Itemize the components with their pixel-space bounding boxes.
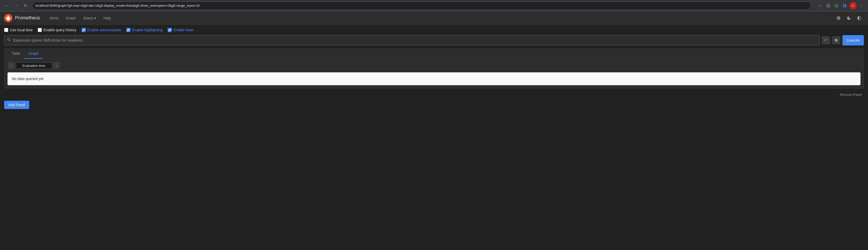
- enable-autocomplete-option[interactable]: Enable autocomplete: [82, 28, 121, 32]
- svg-text:G: G: [835, 5, 837, 7]
- browser-actions: ☆ G G U ⋮: [816, 2, 865, 9]
- main-content: Use local time Enable query history Enab…: [0, 25, 868, 112]
- tab-graph[interactable]: Graph: [24, 49, 43, 59]
- panel-content: ‹ Evaluation time › No data queried yet: [4, 59, 864, 88]
- remove-panel-button[interactable]: Remove Panel: [838, 92, 864, 98]
- enable-highlighting-checkbox[interactable]: [126, 28, 130, 32]
- nav-help[interactable]: Help: [100, 14, 114, 22]
- expression-input[interactable]: [13, 38, 817, 42]
- user-avatar[interactable]: U: [849, 2, 857, 9]
- theme-toggle-button[interactable]: [844, 13, 854, 23]
- svg-text:G: G: [827, 5, 829, 7]
- evaluation-time-display: Evaluation time: [16, 63, 52, 69]
- chart-icon: [834, 38, 838, 42]
- moon-icon: [846, 16, 851, 21]
- prometheus-logo: [4, 14, 12, 22]
- navbar-links: Alerts Graph Status ▾ Help: [46, 14, 828, 22]
- enable-linter-option[interactable]: Enable linter: [168, 28, 193, 32]
- use-local-time-option[interactable]: Use local time: [4, 28, 33, 32]
- panel-tabs: Table Graph: [4, 49, 864, 59]
- enable-query-history-checkbox[interactable]: [38, 28, 42, 32]
- chrome-menu-button[interactable]: ⋮: [858, 2, 865, 9]
- svg-point-9: [7, 18, 9, 20]
- metrics-explorer-button[interactable]: [832, 36, 840, 44]
- enable-linter-checkbox[interactable]: [168, 28, 172, 32]
- format-icon: [824, 38, 828, 42]
- reload-button[interactable]: ↻: [22, 2, 29, 9]
- use-local-time-checkbox[interactable]: [4, 28, 8, 32]
- forward-button[interactable]: →: [12, 2, 20, 9]
- format-query-button[interactable]: [822, 36, 830, 44]
- expression-row: Execute: [4, 35, 864, 45]
- enable-autocomplete-label: Enable autocomplete: [87, 28, 121, 32]
- eval-time-next-button[interactable]: ›: [53, 62, 60, 69]
- svg-rect-4: [843, 4, 844, 5]
- gear-icon: [836, 16, 841, 21]
- execute-button[interactable]: Execute: [842, 35, 864, 45]
- brand-name: Prometheus: [15, 15, 40, 21]
- navbar-brand: Prometheus: [4, 14, 40, 22]
- browser-chrome: ← → ↻ localhost:9090/graph?g0.expr=&g0.t…: [0, 0, 868, 11]
- nav-graph[interactable]: Graph: [63, 14, 79, 22]
- contrast-icon: [857, 16, 862, 21]
- enable-highlighting-option[interactable]: Enable highlighting: [126, 28, 162, 32]
- url-text: localhost:9090/graph?g0.expr=&g0.tab=1&g…: [35, 4, 200, 7]
- bookmark-button[interactable]: ☆: [816, 2, 824, 9]
- contrast-button[interactable]: [855, 13, 864, 23]
- enable-autocomplete-checkbox[interactable]: [82, 28, 86, 32]
- enable-query-history-label: Enable query history: [43, 28, 76, 32]
- back-button[interactable]: ←: [3, 2, 10, 9]
- address-bar[interactable]: localhost:9090/graph?g0.expr=&g0.tab=1&g…: [32, 2, 811, 10]
- extension-button-1[interactable]: G: [825, 2, 832, 9]
- svg-rect-7: [845, 6, 846, 7]
- extension-button-2[interactable]: G: [833, 2, 840, 9]
- panel-actions: Remove Panel: [4, 91, 864, 99]
- add-panel-button[interactable]: Add Panel: [4, 101, 29, 109]
- enable-query-history-option[interactable]: Enable query history: [38, 28, 76, 32]
- evaluation-time-row: ‹ Evaluation time ›: [7, 62, 861, 69]
- use-local-time-label: Use local time: [10, 28, 33, 32]
- tab-table[interactable]: Table: [7, 49, 24, 59]
- chevron-down-icon: ▾: [94, 16, 96, 20]
- svg-rect-6: [843, 6, 844, 7]
- nav-status[interactable]: Status ▾: [80, 14, 99, 22]
- svg-rect-5: [845, 4, 846, 5]
- nav-alerts[interactable]: Alerts: [46, 14, 62, 22]
- no-data-message: No data queried yet: [7, 72, 861, 85]
- eval-time-prev-button[interactable]: ‹: [7, 62, 15, 69]
- enable-highlighting-label: Enable highlighting: [132, 28, 162, 32]
- extension-button-3[interactable]: [841, 2, 848, 9]
- query-panel: Table Graph ‹ Evaluation time › No data …: [4, 49, 864, 89]
- options-bar: Use local time Enable query history Enab…: [4, 28, 864, 32]
- expression-container: [4, 35, 820, 45]
- app: Prometheus Alerts Graph Status ▾ Help: [0, 11, 868, 250]
- settings-icon-button[interactable]: [834, 13, 843, 23]
- enable-linter-label: Enable linter: [173, 28, 193, 32]
- search-icon: [7, 38, 11, 43]
- navbar: Prometheus Alerts Graph Status ▾ Help: [0, 11, 868, 25]
- navbar-right: [834, 13, 864, 23]
